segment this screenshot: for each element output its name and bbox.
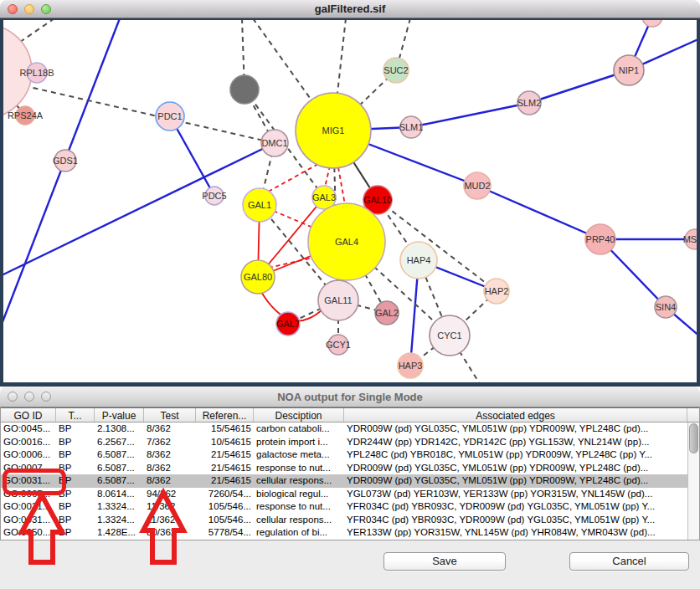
cell-edges: YFR034C (pd) YBR093C, YDR009W (pd) YGL03… — [344, 514, 687, 527]
table-row[interactable]: GO:0031...BP1.3324...11/362105/546...res… — [1, 500, 699, 514]
cell-ref: 7260/54... — [196, 488, 254, 501]
node-label: GAL10 — [363, 195, 392, 205]
table-row[interactable]: GO:0006...BP6.5087...8/36221/54615galact… — [1, 448, 699, 462]
cell-test: 80/362 — [144, 526, 196, 540]
node-label: RPL18B — [20, 68, 54, 78]
cell-p: 6.5087... — [95, 474, 144, 488]
cell-ref: 21/54615 — [196, 462, 254, 475]
network-canvas[interactable]: RPL18BRPS24AGDS1PDC1PDC5DMC1MIG1SUC2SLM1… — [0, 18, 700, 387]
cell-ref: 10/54615 — [196, 436, 254, 449]
scrollbar-thumb[interactable] — [689, 423, 698, 453]
close-button[interactable] — [8, 4, 18, 14]
cell-desc: biological regul... — [254, 488, 344, 501]
cell-desc: galactose meta... — [254, 448, 344, 462]
network-edge — [411, 103, 529, 127]
node-label: GAL4 — [335, 237, 358, 247]
cell-test: 8/362 — [144, 423, 196, 436]
table-bottom-divider — [0, 540, 700, 540]
node-label: GAL7 — [276, 319, 300, 329]
column-header-p-value[interactable]: P-value — [95, 408, 144, 422]
network-edge — [0, 143, 275, 276]
table-row[interactable]: GO:0031...BP1.3324...11/362105/546...cel… — [1, 514, 699, 527]
zoom-button[interactable] — [41, 392, 51, 402]
node-label: DMC1 — [261, 138, 287, 148]
cell-edges: YDR009W (pd) YGL035C, YML051W (pp) YDR00… — [344, 423, 687, 436]
zoom-button[interactable] — [41, 4, 51, 14]
column-header-stub — [687, 408, 699, 422]
node-label: GAL80 — [244, 272, 272, 282]
cell-desc: cellular respons... — [254, 514, 344, 527]
network-titlebar[interactable]: galFiltered.sif — [0, 0, 700, 18]
node-label: NIP1 — [619, 65, 639, 75]
cell-go: GO:0031... — [1, 474, 56, 488]
cell-ref: 5778/54... — [196, 526, 254, 540]
column-header-reference[interactable]: Referen... — [196, 408, 254, 422]
cell-go: GO:0006... — [1, 448, 56, 462]
cell-type: BP — [56, 448, 95, 462]
table-scrollbar[interactable] — [687, 423, 699, 540]
cell-desc: protein import i... — [254, 436, 344, 449]
cancel-button[interactable]: Cancel — [569, 552, 689, 571]
node-label: GAL1 — [248, 200, 271, 210]
table-row[interactable]: GO:0016...BP6.2567...7/36210/54615protei… — [1, 436, 699, 449]
results-table: GO ID T... P-value Test Referen... Desci… — [0, 407, 700, 540]
cell-test: 8/362 — [144, 448, 196, 462]
cell-test: 7/362 — [144, 436, 196, 449]
table-header: GO ID T... P-value Test Referen... Desci… — [1, 407, 699, 423]
cell-p: 2.1308... — [95, 423, 144, 436]
node-label: PRP40 — [586, 234, 615, 244]
cell-p: 8.0614... — [95, 488, 144, 501]
minimize-button[interactable] — [24, 392, 34, 402]
column-header-associated-edges[interactable]: Associated edges — [344, 408, 687, 422]
network-node[interactable] — [642, 18, 662, 27]
cell-p: 6.2567... — [95, 436, 144, 449]
close-button[interactable] — [8, 392, 18, 402]
cell-ref: 21/54615 — [196, 448, 254, 462]
save-button[interactable]: Save — [383, 552, 506, 571]
node-label: SIN4 — [656, 302, 676, 312]
cell-test: 94/362 — [144, 488, 196, 501]
node-label: HAP3 — [399, 361, 423, 371]
column-header-type[interactable]: T... — [56, 408, 95, 422]
cell-p: 1.428E... — [95, 526, 144, 540]
node-label: MSL1 — [683, 234, 700, 244]
cell-desc: response to nut... — [254, 462, 344, 475]
table-row[interactable]: GO:0050...BP1.428E...80/3625778/54...reg… — [1, 526, 699, 540]
network-edge — [378, 200, 497, 291]
node-label: SLM2 — [517, 98, 542, 108]
cell-p: 1.3324... — [95, 514, 144, 527]
network-graph: RPL18BRPS24AGDS1PDC1PDC5DMC1MIG1SUC2SLM1… — [0, 18, 700, 387]
cell-desc: cellular respons... — [254, 474, 344, 488]
network-edge — [325, 166, 330, 187]
cell-p: 6.5087... — [95, 448, 144, 462]
cell-edges: YGL073W (pd) YER103W, YER133W (pp) YOR31… — [344, 488, 687, 501]
table-body: GO:0045...BP2.1308...8/36215/54615carbon… — [1, 423, 699, 540]
cell-edges: YER133W (pp) YOR315W, YNL145W (pd) YHR08… — [344, 526, 687, 540]
network-edge — [477, 186, 600, 239]
node-label: RPS24A — [8, 110, 44, 120]
minimize-button[interactable] — [24, 4, 34, 14]
window-title: galFiltered.sif — [67, 0, 633, 18]
network-edge — [338, 167, 345, 205]
table-row[interactable]: GO:0007...BP6.5087...8/36221/54615respon… — [1, 462, 699, 475]
node-label: GAL3 — [312, 192, 336, 202]
cell-go: GO:0031... — [1, 500, 56, 514]
node-label: SUC2 — [383, 65, 408, 75]
network-node[interactable] — [230, 75, 259, 104]
cell-test: 11/362 — [144, 500, 196, 514]
node-label: PDC1 — [157, 111, 182, 121]
cell-edges: YFR034C (pd) YBR093C, YDR009W (pd) YGL03… — [344, 500, 687, 514]
table-row[interactable]: GO:0065...BP8.0614...94/3627260/54...bio… — [1, 488, 699, 501]
column-header-description[interactable]: Desciption — [254, 408, 344, 422]
cell-ref: 105/546... — [196, 500, 254, 514]
cell-type: BP — [56, 500, 95, 514]
cell-desc: regulation of bi... — [254, 526, 344, 540]
cell-test: 8/362 — [144, 462, 196, 475]
node-label: GCY1 — [326, 340, 351, 350]
column-header-test[interactable]: Test — [144, 408, 196, 422]
table-row[interactable]: GO:0031...BP6.5087...8/36221/54615cellul… — [1, 474, 699, 488]
noa-titlebar[interactable]: NOA output for Single Mode — [0, 387, 700, 407]
column-header-go-id[interactable]: GO ID — [1, 408, 56, 422]
node-label: MIG1 — [322, 125, 345, 136]
table-row[interactable]: GO:0045...BP2.1308...8/36215/54615carbon… — [1, 423, 699, 436]
